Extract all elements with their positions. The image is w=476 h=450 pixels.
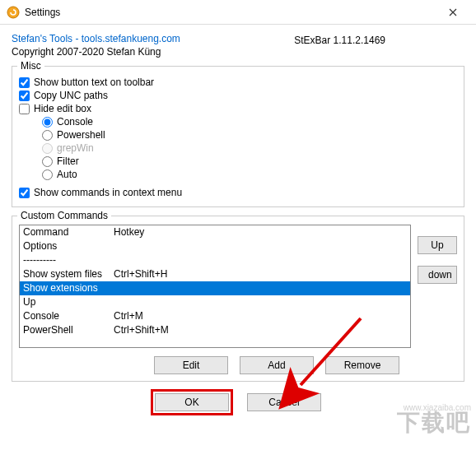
list-item[interactable]: Options (20, 239, 410, 253)
list-item[interactable]: Show system filesCtrl+Shift+H (20, 267, 410, 281)
version-label: StExBar 1.11.2.1469 (294, 35, 385, 46)
ok-button[interactable]: OK (155, 393, 229, 411)
reorder-buttons: Up down (418, 236, 457, 284)
misc-group: Misc Show button text on toolbar Copy UN… (12, 66, 464, 207)
hide-edit-input[interactable] (19, 104, 30, 114)
show-commands-label: Show commands in context menu (34, 187, 182, 198)
add-button[interactable]: Add (240, 356, 314, 374)
hide-edit-label: Hide edit box (34, 103, 91, 114)
svg-point-0 (7, 7, 19, 18)
list-item[interactable]: Show extensions (20, 281, 410, 295)
list-item[interactable]: ConsoleCtrl+M (20, 309, 410, 323)
show-button-text-label: Show button text on toolbar (34, 77, 154, 88)
edit-mode-radios: Console Powershell grepWin Filter Auto (42, 116, 457, 180)
console-radio[interactable]: Console (42, 116, 457, 128)
down-button[interactable]: down (418, 266, 457, 284)
cancel-button[interactable]: Cancel (247, 393, 321, 411)
tools-link[interactable]: Stefan's Tools - tools.stefankueng.com (12, 33, 180, 44)
up-button[interactable]: Up (418, 236, 457, 254)
show-button-text-checkbox[interactable]: Show button text on toolbar (19, 77, 457, 88)
app-icon (7, 6, 20, 19)
show-commands-input[interactable] (19, 188, 30, 198)
commands-listbox[interactable]: CommandHotkeyOptions----------Show syste… (19, 225, 411, 348)
custom-legend: Custom Commands (17, 210, 111, 221)
list-item[interactable]: Up (20, 295, 410, 309)
grepwin-radio: grepWin (42, 142, 457, 154)
copy-unc-label: Copy UNC paths (34, 90, 108, 101)
custom-commands-group: Custom Commands CommandHotkeyOptions----… (12, 216, 464, 382)
close-button[interactable] (436, 1, 469, 24)
close-icon (449, 8, 457, 16)
show-commands-checkbox[interactable]: Show commands in context menu (19, 187, 457, 198)
list-item[interactable]: PowerShellCtrl+Shift+M (20, 323, 410, 337)
hide-edit-checkbox[interactable]: Hide edit box (19, 103, 457, 114)
list-item[interactable]: CommandHotkey (20, 225, 410, 239)
window-title: Settings (25, 7, 436, 18)
copy-unc-checkbox[interactable]: Copy UNC paths (19, 90, 457, 101)
edit-button[interactable]: Edit (154, 356, 228, 374)
remove-button[interactable]: Remove (325, 356, 399, 374)
copyright-label: Copyright 2007-2020 Stefan Küng (12, 46, 464, 58)
copy-unc-input[interactable] (19, 90, 30, 101)
misc-legend: Misc (17, 60, 44, 72)
watermark-text: 下载吧 (397, 407, 471, 438)
powershell-radio[interactable]: Powershell (42, 129, 457, 141)
auto-radio[interactable]: Auto (42, 169, 457, 180)
list-item[interactable]: ---------- (20, 253, 410, 267)
titlebar: Settings (0, 0, 476, 25)
content-area: Stefan's Tools - tools.stefankueng.com S… (0, 25, 476, 420)
filter-radio[interactable]: Filter (42, 155, 457, 167)
show-button-text-input[interactable] (19, 77, 30, 88)
